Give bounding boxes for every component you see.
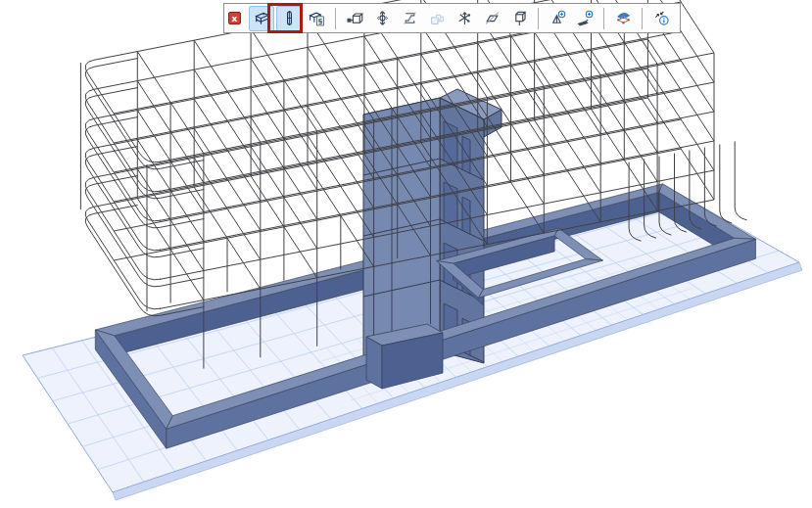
skew-icon (484, 10, 501, 26)
toolbar-close-button[interactable]: x (228, 12, 241, 24)
cone-add-icon (549, 10, 566, 26)
elevate-element-button[interactable] (369, 6, 395, 31)
application-window: x § (0, 0, 812, 508)
toolbar-separator (642, 8, 643, 29)
bench-icon (254, 10, 270, 26)
viewport-3d[interactable] (0, 0, 812, 508)
multiply-icon (456, 10, 473, 26)
svg-text:§: § (317, 17, 322, 25)
toolbar-separator (538, 8, 539, 29)
add-cutting-plane-button[interactable] (545, 6, 570, 31)
bench-doc-icon: § (309, 10, 325, 26)
structure-standard-button[interactable]: § (304, 6, 329, 31)
offset-element-button[interactable] (506, 6, 532, 31)
linked-copy-icon (429, 10, 446, 26)
multiply-element-button[interactable] (452, 6, 477, 31)
cube-pin-icon (511, 10, 528, 26)
linked-copy-button (424, 6, 450, 31)
column-icon (281, 10, 298, 26)
marker-add-icon (577, 10, 594, 26)
floating-toolbar: x § (223, 3, 681, 33)
show-structure-button[interactable] (249, 6, 274, 31)
add-marker-button[interactable] (572, 6, 597, 31)
profile-icon (402, 10, 418, 26)
drag-box-icon (347, 10, 363, 26)
edit-profile-button[interactable] (397, 6, 422, 31)
drag-element-button[interactable] (342, 6, 367, 31)
show-columns-button[interactable] (276, 6, 302, 31)
toolbar-separator (335, 8, 336, 29)
toolbar-buttons: § (249, 6, 674, 31)
element-info-icon (653, 10, 670, 26)
skew-element-button[interactable] (479, 6, 504, 31)
element-information-button[interactable] (648, 6, 674, 31)
cutaway-3d-icon (615, 10, 632, 26)
toolbar-separator (603, 8, 604, 29)
elevate-icon (374, 10, 391, 26)
3d-cutaway-button[interactable] (610, 6, 636, 31)
